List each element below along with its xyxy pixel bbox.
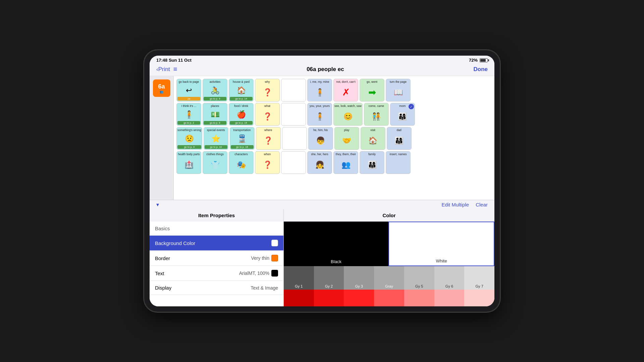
grid-cell[interactable]: clothes things 👕	[203, 151, 227, 174]
background-color-value	[271, 240, 278, 246]
aac-grid: go back to page ↩ 1a activities 🚴 go to …	[174, 76, 494, 200]
grid-cell-empty[interactable]	[281, 151, 306, 174]
display-label: Display	[155, 285, 251, 291]
background-color-swatch	[271, 240, 278, 246]
red-cell-2[interactable]	[314, 290, 344, 306]
grid-cell[interactable]: characters 🎭	[229, 151, 254, 174]
bottom-panel: ▾ Edit Multiple Clear Item Properties Ba…	[150, 200, 494, 306]
grid-cell[interactable]: food / drink 🍎 go to p. 15	[229, 103, 254, 126]
border-row[interactable]: Border Very thin	[150, 251, 283, 266]
gray-cell-3[interactable]: Gy 3	[344, 266, 374, 290]
red-cell-3[interactable]	[344, 290, 374, 306]
grid-cell[interactable]: places 💵 go to p. 9	[203, 103, 227, 126]
grid-cell[interactable]: visit 🏠	[361, 127, 385, 150]
back-button[interactable]: ‹ Print	[156, 66, 170, 73]
red-cell-7[interactable]	[464, 290, 494, 306]
basics-label: Basics	[155, 226, 170, 231]
grid-cell[interactable]: where ❓	[256, 127, 281, 150]
gray-label-6: Gy 6	[445, 284, 453, 288]
edit-multiple-button[interactable]: Edit Multiple	[441, 202, 469, 207]
grid-cell[interactable]: ✓ mom 👨‍👩‍👧	[390, 103, 415, 126]
grid-cell-empty[interactable]	[282, 127, 307, 150]
color-grid: Black White Gy 1 Gy 2	[284, 222, 494, 306]
grid-cell[interactable]: play 🤝	[334, 127, 359, 150]
grid-cell[interactable]: turn the page 📖	[386, 79, 411, 102]
color-row-bw: Black White	[284, 222, 494, 266]
gray-label-7: Gy 7	[476, 284, 483, 288]
page-button[interactable]: 6a 👥	[153, 79, 170, 97]
red-cell-5[interactable]	[404, 290, 434, 306]
gray-label-2: Gy 2	[325, 284, 333, 288]
back-label: Print	[158, 66, 170, 73]
people-icon: 👥	[160, 90, 163, 94]
background-color-label: Background Color	[155, 240, 271, 246]
grid-cell[interactable]: when ❓	[255, 151, 280, 174]
grid-cell[interactable]: he, him, his 👦	[308, 127, 333, 150]
grid-cell[interactable]: come, came 🧑‍🤝‍🧑	[364, 103, 389, 126]
grid-cell[interactable]: something's wrong 😟 go to p. 3	[176, 127, 202, 150]
grid-cell[interactable]: I think it's ... 🧍 go to p. 2	[176, 103, 201, 126]
grid-cell[interactable]: they, them, their 👥	[333, 151, 358, 174]
collapse-button[interactable]: ▾	[156, 201, 159, 208]
grid-cell[interactable]: she, her, hers 👧	[307, 151, 332, 174]
red-cell-6[interactable]	[434, 290, 465, 306]
color-white-cell[interactable]: White	[388, 222, 494, 266]
grid-cell[interactable]: special events ⭐ go to p. 10	[204, 127, 228, 150]
clear-button[interactable]: Clear	[476, 202, 488, 207]
properties-header: Item Properties	[150, 209, 283, 222]
grid-cell[interactable]: i, me, my, mine 🧍	[307, 79, 332, 102]
gray-label-3: Gy 3	[355, 284, 363, 288]
gray-cell-6[interactable]: Gy 6	[434, 266, 465, 290]
color-reds-row	[284, 290, 494, 306]
basics-row[interactable]: Basics	[150, 222, 283, 236]
status-right: 72%	[469, 58, 488, 63]
border-text: Very thin	[251, 255, 269, 261]
grid-cell[interactable]: go, went ➡	[360, 79, 384, 102]
grid-cell[interactable]: transportation 🚆 go to p. 16	[230, 127, 255, 150]
page-label: 6a	[158, 83, 165, 90]
gray-cell-4[interactable]: Gray	[374, 266, 404, 290]
checkmark-badge: ✓	[409, 104, 414, 109]
border-color-swatch	[271, 255, 278, 261]
gray-cell-7[interactable]: Gy 7	[464, 266, 494, 290]
grid-cell[interactable]: insert, names	[386, 151, 411, 174]
grid-cell[interactable]: what ❓	[255, 103, 280, 126]
gray-cell-2[interactable]: Gy 2	[314, 266, 344, 290]
color-grays-row: Gy 1 Gy 2 Gy 3 Gray	[284, 266, 494, 290]
color-panel: Color Black White	[284, 209, 494, 306]
grid-cell[interactable]: see, look, watch, saw 😊	[333, 103, 363, 126]
gray-cell-1[interactable]: Gy 1	[284, 266, 314, 290]
border-value: Very thin	[251, 255, 278, 261]
color-header: Color	[284, 209, 494, 222]
gray-cell-5[interactable]: Gy 5	[404, 266, 434, 290]
grid-cell[interactable]: house & yard 🏠 go to p. 14	[229, 79, 254, 102]
done-button[interactable]: Done	[473, 66, 488, 73]
gray-label-1: Gy 1	[295, 284, 303, 288]
grid-cell-empty[interactable]	[281, 79, 306, 102]
grid-cell[interactable]: go back to page ↩ 1a	[176, 79, 201, 102]
text-row[interactable]: Text ArialMT, 100%	[150, 266, 283, 281]
grid-cell[interactable]: health body parts 🏥	[176, 151, 201, 174]
grid-cell[interactable]: dad 👨‍👩‍👧	[387, 127, 412, 150]
display-row[interactable]: Display Text & Image	[150, 281, 283, 295]
status-time: 17:48 Sun 11 Oct	[156, 58, 192, 63]
grid-cell[interactable]: activities 🚴 go to p. 8	[203, 79, 227, 102]
text-label: Text	[155, 270, 239, 276]
grid-cell[interactable]: why ❓	[255, 79, 280, 102]
text-color-swatch	[271, 270, 278, 277]
background-color-row[interactable]: Background Color	[150, 236, 283, 251]
grid-cell[interactable]: not, don't, can't ✗	[333, 79, 358, 102]
properties-panel: Item Properties Basics Background Color	[150, 209, 284, 306]
gray-label-5: Gy 5	[415, 284, 423, 288]
grid-row-1: go back to page ↩ 1a activities 🚴 go to …	[176, 79, 492, 102]
device-frame: 17:48 Sun 11 Oct 72% ‹ Print ≡ 06a peopl…	[144, 50, 500, 312]
nav-left: ‹ Print ≡	[156, 65, 177, 73]
color-black-cell[interactable]: Black	[284, 222, 388, 266]
menu-button[interactable]: ≡	[173, 65, 177, 73]
grid-cell[interactable]: you, your, yours 🧍	[307, 103, 332, 126]
red-cell-4[interactable]	[374, 290, 404, 306]
properties-section: Item Properties Basics Background Color	[150, 209, 494, 306]
grid-cell-empty[interactable]	[281, 103, 306, 126]
grid-cell[interactable]: family 👨‍👩‍👧	[360, 151, 384, 174]
red-cell-1[interactable]	[284, 290, 314, 306]
